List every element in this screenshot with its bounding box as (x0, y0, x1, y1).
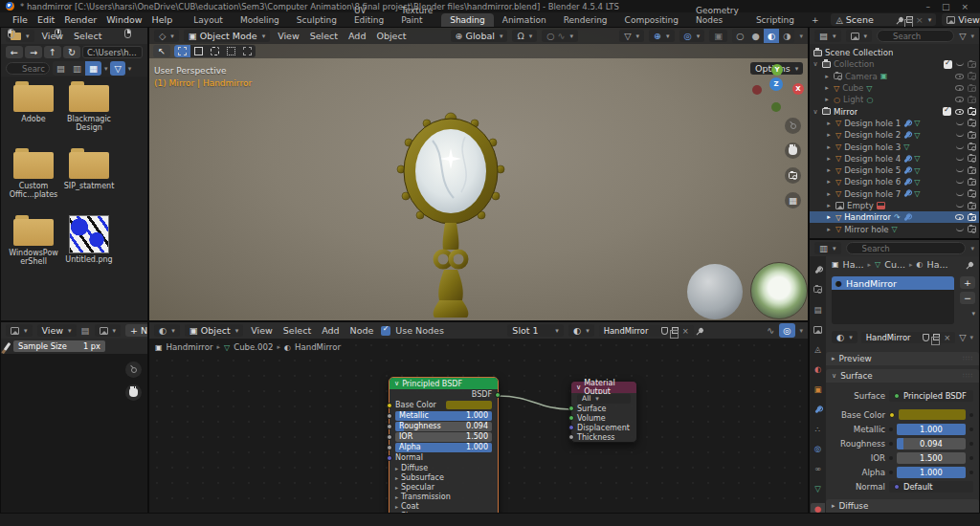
fake-user-icon[interactable] (923, 334, 929, 341)
shading-wireframe-icon[interactable] (732, 29, 747, 43)
parent-dir-button[interactable] (44, 46, 61, 58)
outliner-search-input[interactable] (877, 30, 954, 42)
material-name-field[interactable]: HandMirror (861, 332, 955, 343)
tab-view-layer[interactable] (811, 323, 825, 335)
hide-icon[interactable] (956, 204, 964, 208)
use-nodes-checkbox[interactable] (381, 326, 390, 336)
hide-icon[interactable] (955, 85, 964, 91)
disclosure-icon[interactable] (825, 202, 833, 209)
display-thumbnails-icon[interactable] (85, 61, 101, 76)
keyframe-decorator[interactable] (969, 427, 973, 431)
hide-icon[interactable] (956, 157, 964, 161)
surface-panel-header[interactable]: Surface ∷∷ (826, 369, 979, 383)
normal-input[interactable]: Default (889, 481, 973, 493)
menu-view[interactable]: View (39, 31, 67, 41)
menu-render[interactable]: Render (61, 14, 100, 25)
render-visibility-icon[interactable] (968, 226, 976, 232)
gizmo-axis-y-neg[interactable] (771, 102, 781, 112)
editor-type-selector[interactable] (814, 242, 841, 254)
render-visibility-icon[interactable] (968, 73, 976, 79)
outliner-row-mirror[interactable]: Mirror (810, 105, 979, 117)
menu-node[interactable]: Node (347, 325, 377, 336)
active-tool-button[interactable]: ↖ (153, 45, 170, 57)
editor-type-selector[interactable] (154, 324, 180, 337)
collapse-icon[interactable] (576, 384, 581, 391)
scene-selector[interactable]: Scene (831, 13, 936, 26)
keyframe-decorator[interactable] (969, 456, 973, 460)
roughness-socket[interactable] (387, 424, 392, 429)
tab-scripting[interactable]: Scripting (747, 13, 803, 27)
maximize-icon[interactable] (942, 2, 950, 11)
shader-editor[interactable]: Object View Select Add Node Use Nodes Sl… (148, 321, 809, 514)
file-item-blackmagic[interactable]: Blackmagic Design (62, 81, 116, 148)
outliner-row-design-hole-4[interactable]: Design hole 4 (810, 153, 979, 164)
exclude-checkbox[interactable] (944, 60, 952, 69)
thickness-socket[interactable] (568, 434, 574, 440)
hide-icon[interactable] (956, 168, 964, 172)
exclude-checkbox[interactable] (943, 107, 951, 116)
tab-object-data[interactable] (811, 483, 825, 494)
options-chevron[interactable]: ▾ (970, 245, 974, 252)
tab-rendering[interactable]: Rendering (555, 13, 616, 27)
duplicate-material-icon[interactable] (672, 327, 679, 334)
filter-funnel-icon[interactable] (959, 31, 966, 41)
render-visibility-icon[interactable] (968, 167, 976, 174)
file-item-custom-office[interactable]: Custom Offic...plates (7, 148, 60, 215)
file-item-sip-statment[interactable]: SIP_statment (62, 148, 116, 215)
hide-icon[interactable] (956, 145, 964, 149)
select-lasso-icon[interactable] (223, 45, 239, 57)
base-color-swatch[interactable] (899, 409, 966, 420)
new-image-button[interactable]: New (125, 324, 148, 337)
disclosure-icon[interactable] (825, 131, 833, 139)
bsdf-output-socket[interactable] (495, 392, 501, 398)
alpha-slider[interactable]: 1.000 (897, 467, 966, 478)
disclosure-icon[interactable] (825, 120, 833, 127)
outliner-row-design-hole-6[interactable]: Design hole 6 (810, 176, 979, 187)
breadcrumb-material[interactable]: Ha... (926, 259, 947, 270)
mode-selector[interactable]: Object Mode (184, 30, 270, 42)
disclosure-icon[interactable] (812, 108, 819, 116)
duplicate-material-icon[interactable] (933, 334, 940, 340)
roughness-slider[interactable]: Roughness0.094 (395, 422, 492, 431)
shading-settings-chevron[interactable]: ▾ (799, 33, 803, 40)
unlink-material-icon[interactable] (682, 326, 689, 336)
node-material-output[interactable]: Material Output All Surface Volume Displ… (570, 381, 637, 443)
breadcrumb-material[interactable]: HandMirror (295, 342, 341, 352)
surface-type-selector[interactable]: Principled BSDF (889, 390, 973, 402)
forward-button[interactable] (25, 46, 42, 58)
close-icon[interactable] (961, 2, 969, 11)
shading-rendered-icon[interactable] (779, 29, 794, 43)
filter-toggle-icon[interactable] (110, 61, 124, 76)
render-visibility-icon[interactable] (968, 155, 976, 162)
tab-texture-paint[interactable]: Texture Paint (392, 4, 441, 27)
breadcrumb-object[interactable]: Handmirror (167, 342, 213, 352)
new-scene-icon[interactable] (906, 16, 913, 23)
select-box-icon[interactable] (190, 45, 207, 57)
file-path-input[interactable] (82, 46, 143, 58)
keyframe-decorator[interactable] (969, 471, 973, 474)
menu-file[interactable]: File (10, 14, 31, 25)
base-color-socket[interactable] (387, 403, 392, 408)
select-tweak-icon[interactable] (174, 45, 190, 57)
tab-object[interactable] (811, 384, 825, 395)
disclosure-icon[interactable] (825, 226, 833, 233)
pin-icon[interactable] (698, 327, 704, 334)
hide-icon[interactable] (956, 180, 964, 184)
outliner-row-light[interactable]: Light (810, 94, 979, 105)
outliner-row-scene-collection[interactable]: Scene Collection (810, 47, 979, 58)
render-visibility-icon[interactable] (968, 143, 976, 150)
outliner-row-cube[interactable]: Cube (810, 82, 979, 94)
shader-type-selector[interactable]: Object (185, 324, 243, 337)
disclosure-icon[interactable] (823, 84, 831, 92)
tab-physics[interactable] (811, 443, 825, 454)
gizmo-axis-y[interactable]: Y (771, 64, 783, 76)
menu-view[interactable]: View (275, 31, 302, 41)
material-name-field[interactable]: HandMirror (599, 325, 694, 337)
keyframe-decorator[interactable] (969, 442, 973, 446)
render-visibility-icon[interactable] (968, 120, 976, 126)
target-selector[interactable]: All (577, 394, 631, 404)
animate-dot[interactable] (889, 456, 893, 460)
collapse-icon[interactable] (394, 380, 399, 387)
section-diffuse[interactable]: Diffuse (390, 463, 498, 472)
tab-constraints[interactable] (811, 463, 825, 474)
